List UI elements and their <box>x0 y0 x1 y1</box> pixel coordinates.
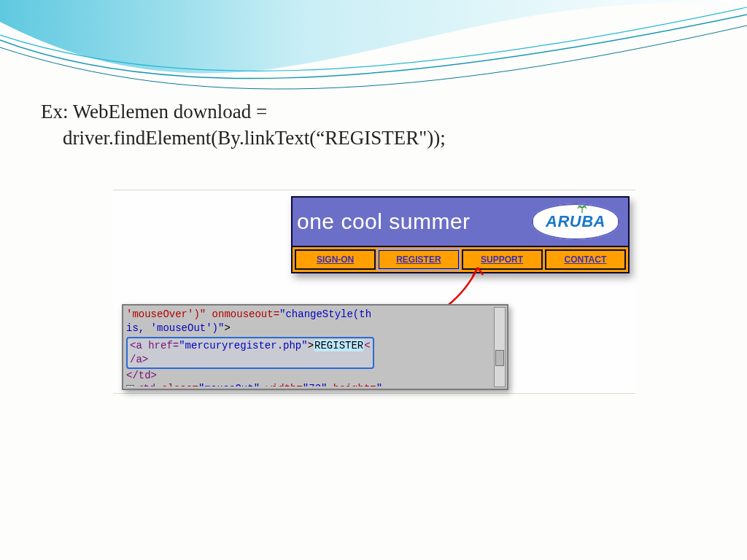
nav-register[interactable]: REGISTER <box>378 249 459 270</box>
highlighted-anchor: <a href="mercuryregister.php">REGISTER</… <box>126 337 374 369</box>
site-panel: one cool summer ARUBA SIGN-ON REGISTER S… <box>291 196 630 273</box>
brand-text: ARUBA <box>546 212 605 231</box>
slide-text-block: Ex: WebElemen download = driver.findElem… <box>41 98 703 152</box>
screenshot-figure: one cool summer ARUBA SIGN-ON REGISTER S… <box>113 190 635 394</box>
banner: one cool summer ARUBA <box>291 196 630 247</box>
link-text-register: REGISTER <box>314 340 364 351</box>
nav-support[interactable]: SUPPORT <box>462 249 543 270</box>
example-line-2: driver.findElement(By.linkText(“REGISTER… <box>41 125 703 151</box>
example-line-1: Ex: WebElemen download = <box>41 98 703 125</box>
nav-contact[interactable]: CONTACT <box>545 249 626 270</box>
scroll-thumb[interactable] <box>495 350 504 366</box>
banner-slogan: one cool summer <box>297 209 471 234</box>
nav-bar: SIGN-ON REGISTER SUPPORT CONTACT <box>291 247 630 273</box>
inspector-scrollbar[interactable] <box>494 307 506 387</box>
brand-badge: ARUBA <box>532 203 619 240</box>
html-inspector: 'mouseOver')" onmouseout="changeStyle(th… <box>122 304 508 390</box>
nav-signon[interactable]: SIGN-ON <box>295 249 376 270</box>
palm-icon <box>577 206 587 213</box>
inspector-code: 'mouseOver')" onmouseout="changeStyle(th… <box>126 308 492 386</box>
expand-icon[interactable]: + <box>126 385 134 386</box>
